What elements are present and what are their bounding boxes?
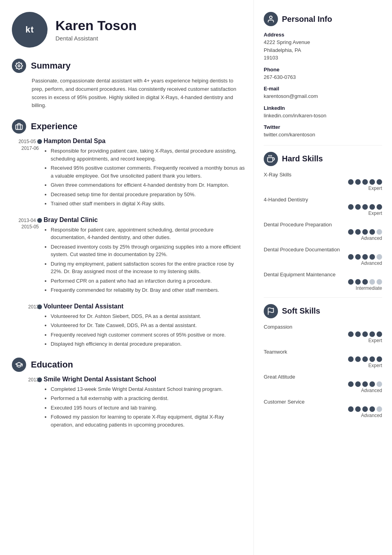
skill-dots bbox=[264, 279, 382, 285]
filled-dot bbox=[362, 381, 368, 387]
summary-title: Summary bbox=[31, 61, 70, 71]
info-label: Phone bbox=[264, 67, 382, 73]
timeline-dot bbox=[37, 139, 42, 144]
filled-dot bbox=[377, 204, 382, 210]
list-item: Performed a full externship with a pract… bbox=[51, 394, 245, 402]
info-value: twitter.com/karentoson bbox=[264, 131, 382, 139]
info-item: Phone267-630-0763 bbox=[264, 67, 382, 81]
filled-dot bbox=[369, 229, 375, 235]
skill-name: Dental Procedure Documentation bbox=[264, 247, 382, 253]
skill-name: Dental Equipment Maintenance bbox=[264, 272, 382, 278]
filled-dot bbox=[362, 204, 368, 210]
soft-skills-icon bbox=[264, 304, 278, 318]
soft-skills-section: Soft Skills CompassionExpertTeamworkExpe… bbox=[264, 304, 382, 418]
info-value: karentoson@gmail.com bbox=[264, 92, 382, 100]
soft-skills-header: Soft Skills bbox=[264, 304, 382, 318]
experience-item: 2015-05 - 2017-06Hampton Dental SpaRespo… bbox=[44, 138, 245, 208]
list-item: Trained other staff members in digital X… bbox=[51, 200, 245, 208]
experience-bullets: Responsible for providing patient care, … bbox=[44, 147, 245, 208]
skill-name: Great Attitude bbox=[264, 374, 382, 380]
empty-dot bbox=[377, 406, 382, 412]
experience-item: 2013Volunteer Dental AssistantVolunteere… bbox=[44, 303, 245, 348]
skill-name: Teamwork bbox=[264, 349, 382, 355]
hard-skills-section: Hard Skills X-Ray SkillsExpert4-Handed D… bbox=[264, 152, 382, 291]
hard-skills-icon bbox=[264, 152, 278, 166]
list-item: Decreased setup time for dental procedur… bbox=[51, 191, 245, 199]
list-item: Given three commendations for efficient … bbox=[51, 181, 245, 189]
education-section: Education 2013Smile Wright Dental Assist… bbox=[12, 358, 245, 429]
experience-icon bbox=[12, 119, 26, 134]
filled-dot bbox=[362, 331, 368, 337]
skill-name: Compassion bbox=[264, 324, 382, 330]
list-item: Decreased inventory costs by 25% through… bbox=[51, 243, 245, 258]
experience-item: 2013-04 - 2015-05Bray Dental ClinicRespo… bbox=[44, 216, 245, 294]
right-column: Personal Info Address4222 Spring Avenue … bbox=[253, 0, 392, 555]
list-item: Executed 195 hours of lecture and lab tr… bbox=[51, 404, 245, 412]
list-item: Frequently received high customer commen… bbox=[51, 331, 245, 339]
filled-dot bbox=[355, 204, 361, 210]
filled-dot bbox=[369, 204, 375, 210]
personal-info-icon bbox=[264, 12, 278, 26]
skill-dots bbox=[264, 356, 382, 362]
info-value: linkedin.com/in/karen-toson bbox=[264, 112, 382, 120]
skill-level: Advanced bbox=[264, 235, 382, 241]
svg-rect-1 bbox=[16, 125, 23, 130]
filled-dot bbox=[355, 254, 361, 260]
skill-level: Advanced bbox=[264, 260, 382, 266]
experience-bullets: Volunteered for Dr. Ashton Siebert, DDS,… bbox=[44, 312, 245, 348]
skill-item: Dental Procedure DocumentationAdvanced bbox=[264, 247, 382, 266]
info-value: 267-630-0763 bbox=[264, 73, 382, 81]
summary-icon bbox=[12, 59, 26, 73]
education-icon bbox=[12, 358, 26, 372]
resume-page: kt Karen Toson Dental Assistant Summary … bbox=[0, 0, 392, 555]
skill-dots bbox=[264, 254, 382, 260]
personal-info-section: Personal Info Address4222 Spring Avenue … bbox=[264, 12, 382, 139]
list-item: Performed CPR on a patient who had an in… bbox=[51, 277, 245, 285]
education-header: Education bbox=[12, 358, 245, 372]
filled-dot bbox=[377, 356, 382, 362]
filled-dot bbox=[369, 254, 375, 260]
skill-name: Dental Procedure Preparation bbox=[264, 222, 382, 228]
skill-level: Expert bbox=[264, 338, 382, 343]
soft-skills-title: Soft Skills bbox=[282, 306, 320, 316]
skill-dots bbox=[264, 204, 382, 210]
filled-dot bbox=[369, 381, 375, 387]
filled-dot bbox=[348, 204, 354, 210]
info-item: Address4222 Spring Avenue Philadelphia, … bbox=[264, 32, 382, 62]
company-name: Volunteer Dental Assistant bbox=[44, 303, 245, 310]
skill-dots bbox=[264, 229, 382, 235]
list-item: Displayed high efficiency in dental proc… bbox=[51, 340, 245, 348]
info-label: E-mail bbox=[264, 86, 382, 92]
timeline-dot bbox=[37, 218, 42, 223]
left-column: kt Karen Toson Dental Assistant Summary … bbox=[0, 0, 253, 555]
education-date: 2013 bbox=[12, 377, 39, 383]
filled-dot bbox=[348, 331, 354, 337]
skill-item: Great AttitudeAdvanced bbox=[264, 374, 382, 393]
filled-dot bbox=[348, 406, 354, 412]
skill-level: Intermediate bbox=[264, 285, 382, 291]
company-name: Bray Dental Clinic bbox=[44, 216, 245, 224]
info-label: LinkedIn bbox=[264, 105, 382, 111]
list-item: Received 95% positive customer comments.… bbox=[51, 164, 245, 180]
skill-name: 4-Handed Dentistry bbox=[264, 197, 382, 203]
experience-date: 2015-05 - 2017-06 bbox=[12, 138, 39, 152]
experience-date: 2013 bbox=[12, 304, 39, 310]
skill-item: Dental Procedure PreparationAdvanced bbox=[264, 222, 382, 241]
list-item: Responsible for providing patient care, … bbox=[51, 147, 245, 163]
summary-section: Summary Passionate, compassionate dental… bbox=[12, 59, 245, 110]
personal-info-fields: Address4222 Spring Avenue Philadelphia, … bbox=[264, 32, 382, 139]
filled-dot bbox=[355, 381, 361, 387]
experience-content: Bray Dental ClinicResponsible for patien… bbox=[44, 216, 245, 294]
filled-dot bbox=[362, 254, 368, 260]
filled-dot bbox=[362, 406, 368, 412]
experience-date: 2013-04 - 2015-05 bbox=[12, 217, 39, 231]
company-name: Hampton Dental Spa bbox=[44, 138, 245, 145]
filled-dot bbox=[362, 279, 368, 285]
empty-dot bbox=[377, 279, 382, 285]
info-value: 4222 Spring Avenue Philadelphia, PA 1910… bbox=[264, 38, 382, 62]
filled-dot bbox=[348, 279, 354, 285]
filled-dot bbox=[369, 356, 375, 362]
filled-dot bbox=[362, 356, 368, 362]
skill-name: X-Ray Skills bbox=[264, 172, 382, 178]
filled-dot bbox=[362, 229, 368, 235]
